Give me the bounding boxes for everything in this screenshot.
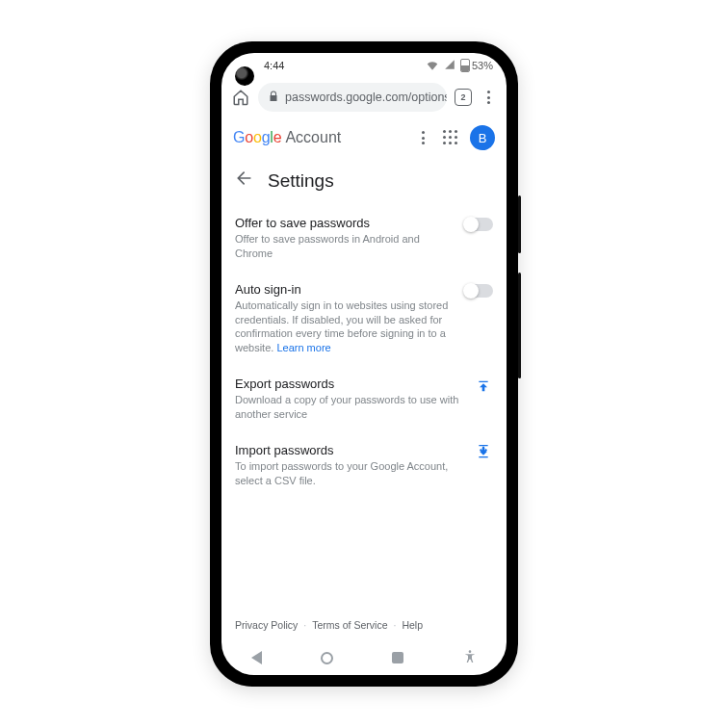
- auto-signin-toggle[interactable]: [464, 284, 493, 298]
- tabs-button[interactable]: 2: [455, 89, 472, 106]
- footer-links: Privacy Policy · Terms of Service · Help: [221, 610, 507, 640]
- setting-title: Import passwords: [235, 443, 464, 457]
- browser-toolbar: passwords.google.com/options 2: [221, 78, 507, 117]
- volume-button: [518, 195, 521, 253]
- setting-desc: To import passwords to your Google Accou…: [235, 459, 464, 488]
- nav-recent-icon[interactable]: [392, 652, 403, 663]
- setting-export[interactable]: Export passwords Download a copy of your…: [235, 367, 493, 433]
- page-title: Settings: [268, 170, 334, 192]
- battery-indicator: 53%: [460, 59, 493, 72]
- status-bar: 4:44 53%: [221, 53, 507, 78]
- system-nav-bar: [221, 640, 507, 675]
- setting-desc: Offer to save passwords in Android and C…: [235, 232, 455, 261]
- setting-desc: Download a copy of your passwords to use…: [235, 393, 464, 422]
- setting-title: Offer to save passwords: [235, 216, 455, 230]
- tos-link[interactable]: Terms of Service: [312, 619, 387, 631]
- apps-grid-icon[interactable]: [443, 130, 458, 145]
- setting-desc: Automatically sign in to websites using …: [235, 299, 455, 355]
- wifi-icon: [426, 59, 439, 72]
- nav-home-icon[interactable]: [321, 652, 333, 664]
- setting-title: Export passwords: [235, 377, 464, 391]
- setting-offer-save: Offer to save passwords Offer to save pa…: [235, 206, 493, 273]
- google-account-brand: Google Account: [233, 129, 341, 146]
- privacy-link[interactable]: Privacy Policy: [235, 619, 298, 631]
- settings-list: Offer to save passwords Offer to save pa…: [221, 206, 507, 610]
- power-button: [518, 273, 521, 378]
- help-link[interactable]: Help: [402, 619, 423, 631]
- url-text: passwords.google.com/options: [285, 91, 447, 104]
- avatar[interactable]: B: [470, 125, 495, 150]
- url-bar[interactable]: passwords.google.com/options: [258, 83, 447, 112]
- signal-icon: [444, 59, 455, 72]
- download-icon[interactable]: [474, 445, 493, 488]
- front-camera: [235, 66, 254, 86]
- screen: 4:44 53% pa: [221, 53, 507, 675]
- phone-frame: 4:44 53% pa: [210, 41, 518, 687]
- svg-point-0: [468, 650, 471, 653]
- setting-auto-signin: Auto sign-in Automatically sign in to we…: [235, 273, 493, 367]
- page-header: Settings: [221, 159, 507, 206]
- learn-more-link[interactable]: Learn more: [276, 342, 330, 353]
- browser-menu-icon[interactable]: [480, 91, 497, 104]
- home-icon[interactable]: [231, 88, 250, 107]
- back-arrow-icon[interactable]: [235, 169, 254, 193]
- nav-back-icon[interactable]: [251, 651, 262, 664]
- google-logo: Google: [233, 129, 281, 146]
- page-menu-icon[interactable]: [414, 131, 431, 144]
- brand-account-label: Account: [285, 129, 341, 146]
- offer-save-toggle[interactable]: [464, 218, 493, 231]
- battery-percent: 53%: [472, 60, 493, 71]
- app-bar: Google Account B: [221, 117, 507, 159]
- upload-icon[interactable]: [474, 378, 493, 422]
- setting-import[interactable]: Import passwords To import passwords to …: [235, 433, 493, 500]
- lock-icon: [268, 91, 279, 105]
- setting-title: Auto sign-in: [235, 282, 455, 297]
- status-time: 4:44: [264, 60, 284, 71]
- nav-accessibility-icon[interactable]: [462, 649, 478, 667]
